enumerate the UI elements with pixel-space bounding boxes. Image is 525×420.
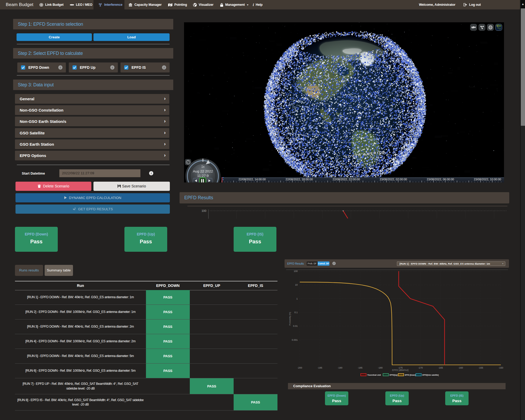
svg-text:11:27:9: 11:27:9: [197, 174, 209, 178]
svg-text:-185: -185: [358, 366, 363, 369]
svg-text:23/08/2022, 02:00:00: 23/08/2022, 02:00:00: [380, 178, 407, 181]
svg-text:22/08/2022, 14:00:00: 22/08/2022, 14:00:00: [239, 178, 266, 181]
svg-text:-200: -200: [297, 366, 302, 369]
svg-text:-165: -165: [438, 366, 443, 369]
svg-text:-195: -195: [318, 366, 322, 369]
svg-text:-150: -150: [498, 366, 503, 369]
svg-text:-190: -190: [338, 366, 342, 369]
svg-text:23/08/2022, 06:00:00: 23/08/2022, 06:00:00: [427, 178, 454, 181]
svg-text:23/08/2022, 10:00:00: 23/08/2022, 10:00:00: [474, 178, 501, 181]
svg-text:Theoretical Limit: Theoretical Limit: [367, 374, 381, 376]
svg-text:100: 100: [202, 209, 206, 212]
svg-text:22/08/2022, 22:00:00: 22/08/2022, 22:00:00: [333, 178, 360, 181]
svg-text:EPFD [Down]: EPFD [Down]: [405, 374, 416, 376]
svg-text:22/08/2022, 18:00:00: 22/08/2022, 18:00:00: [286, 178, 313, 181]
svg-text:-170: -170: [418, 366, 423, 369]
svg-text:0.001: 0.001: [292, 339, 298, 341]
svg-text:Probability [%]: Probability [%]: [289, 312, 291, 326]
svg-text:0.01: 0.01: [293, 325, 298, 327]
svg-text:1x: 1x: [201, 165, 205, 169]
svg-text:100: 100: [294, 270, 298, 272]
svg-text:0.1: 0.1: [294, 311, 298, 314]
svg-text:-155: -155: [478, 366, 483, 369]
svg-text:EPFD[Up]: EPFD[Up]: [390, 374, 397, 376]
svg-text:EPFD [dBW/m2]: EPFD [dBW/m2]: [392, 369, 408, 371]
svg-text:EPFD[Inter-satellite]: EPFD[Inter-satellite]: [422, 374, 439, 376]
svg-text:-160: -160: [458, 366, 463, 369]
svg-text:Aug 22 2022: Aug 22 2022: [193, 169, 213, 173]
svg-text:1: 1: [296, 297, 298, 300]
svg-text:10: 10: [295, 284, 298, 286]
svg-text:-180: -180: [378, 366, 382, 369]
